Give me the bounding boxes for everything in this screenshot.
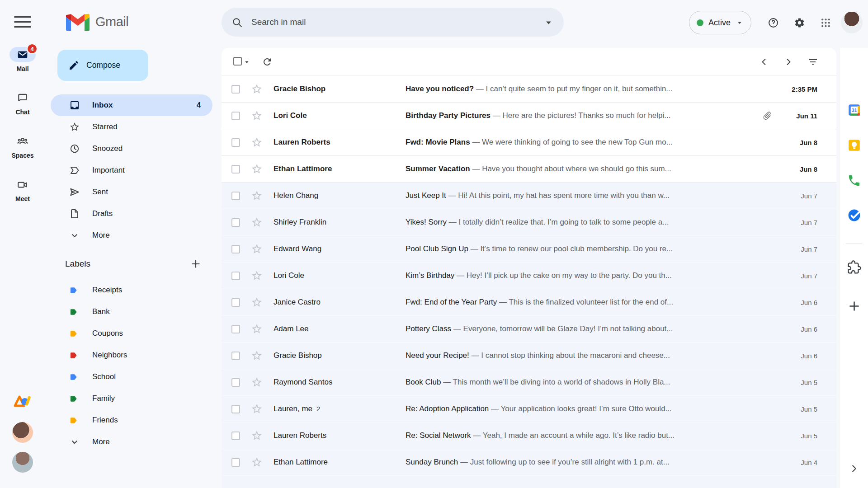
add-button[interactable] [844, 296, 864, 316]
email-row[interactable]: Adam LeePottery Class — Everyone, tomorr… [222, 316, 836, 343]
row-checkbox[interactable] [231, 85, 240, 94]
select-all-checkbox[interactable] [233, 57, 242, 67]
star-icon[interactable] [251, 270, 263, 282]
email-row[interactable]: Edward WangPool Club Sign Up — It’s time… [222, 236, 836, 263]
secondary-account-avatar[interactable] [12, 422, 33, 443]
email-snippet: — Yeah, I made an account a while ago. I… [473, 431, 675, 440]
row-checkbox[interactable] [231, 352, 240, 360]
rail-nav: 4MailChatSpacesMeet [0, 47, 45, 221]
star-icon[interactable] [251, 430, 263, 441]
email-snippet: — Here are the pictures! Thanks so much … [493, 111, 671, 120]
tertiary-account-avatar[interactable] [12, 452, 33, 473]
label-item-receipts[interactable]: Receipts [51, 279, 212, 301]
show-side-panel-button[interactable] [844, 458, 864, 479]
star-icon[interactable] [251, 83, 263, 95]
email-row[interactable]: Lauren RobertsFwd: Movie Plans — We were… [222, 129, 836, 156]
voice-icon[interactable] [844, 170, 864, 191]
email-sender: Helen Chang [274, 191, 406, 200]
email-row[interactable]: Raymond SantosBook Club — This month we’… [222, 369, 836, 396]
email-row[interactable]: Gracie BishopHave you noticed? — I can’t… [222, 76, 836, 103]
star-icon[interactable] [251, 376, 263, 388]
tasks-icon[interactable] [844, 205, 864, 225]
older-page-button[interactable] [783, 56, 794, 67]
sidebar-item-more[interactable]: More [51, 225, 212, 246]
star-icon[interactable] [251, 163, 263, 175]
row-checkbox[interactable] [231, 432, 240, 440]
sidebar-item-important[interactable]: Important [51, 160, 212, 181]
row-checkbox[interactable] [231, 192, 240, 200]
row-checkbox[interactable] [231, 458, 240, 467]
keep-icon[interactable] [844, 135, 864, 155]
label-name: Bank [92, 307, 110, 316]
label-item-school[interactable]: School [51, 366, 212, 388]
sidebar-item-inbox[interactable]: Inbox4 [51, 94, 212, 116]
star-icon[interactable] [251, 350, 263, 361]
search-button[interactable] [226, 11, 248, 33]
row-checkbox[interactable] [231, 218, 240, 227]
label-item-bank[interactable]: Bank [51, 301, 212, 323]
newer-page-button[interactable] [759, 56, 769, 67]
label-list: ReceiptsBankCouponsNeighborsSchoolFamily… [51, 279, 212, 453]
spaces-icon [9, 134, 36, 149]
email-sender: Shirley Franklin [274, 218, 406, 227]
google-apps-button[interactable] [815, 12, 836, 33]
star-icon[interactable] [251, 110, 263, 122]
search-input[interactable] [248, 17, 538, 27]
label-item-coupons[interactable]: Coupons [51, 323, 212, 344]
rail-item-mail[interactable]: 4Mail [0, 47, 45, 90]
refresh-button[interactable] [262, 56, 273, 67]
email-row[interactable]: Gracie BishopNeed your Recipe! — I canno… [222, 343, 836, 369]
select-options-button[interactable] [243, 58, 251, 66]
row-checkbox[interactable] [231, 272, 240, 280]
email-row[interactable]: Ethan LattimoreSummer Vacation — Have yo… [222, 156, 836, 183]
star-icon[interactable] [251, 296, 263, 308]
row-checkbox[interactable] [231, 325, 240, 333]
email-row[interactable]: Shirley FranklinYikes! Sorry — I totally… [222, 209, 836, 236]
label-item-neighbors[interactable]: Neighbors [51, 344, 212, 366]
calendar-icon[interactable]: 31 [844, 99, 864, 120]
row-checkbox[interactable] [231, 405, 240, 413]
email-row[interactable]: Lori ColeBirthday Party Pictures — Here … [222, 103, 836, 129]
filter-button[interactable] [807, 56, 818, 67]
star-icon[interactable] [251, 243, 263, 255]
label-item-more-labels[interactable]: More [51, 431, 212, 453]
svg-text:31: 31 [851, 107, 857, 113]
star-icon[interactable] [251, 216, 263, 228]
label-item-family[interactable]: Family [51, 388, 212, 409]
email-snippet: — Hi! At this point, my hat has spent mo… [448, 191, 670, 200]
star-icon[interactable] [251, 190, 263, 202]
rail-item-meet[interactable]: Meet [0, 177, 45, 221]
rail-item-chat[interactable]: Chat [0, 90, 45, 134]
sidebar-item-drafts[interactable]: Drafts [51, 203, 212, 225]
create-label-button[interactable] [190, 258, 202, 270]
sidebar-item-snoozed[interactable]: Snoozed [51, 138, 212, 160]
search-options-button[interactable] [538, 11, 559, 33]
email-row[interactable]: Lauren RobertsRe: Social Network — Yeah,… [222, 422, 836, 449]
email-row[interactable]: Lauren, me2Re: Adoption Application — Yo… [222, 396, 836, 422]
star-icon[interactable] [251, 136, 263, 148]
row-checkbox[interactable] [231, 378, 240, 387]
status-selector[interactable]: Active [689, 11, 751, 34]
star-icon[interactable] [251, 403, 263, 415]
settings-button[interactable] [788, 12, 810, 33]
row-checkbox[interactable] [231, 298, 240, 307]
email-row[interactable]: Helen ChangJust Keep It — Hi! At this po… [222, 183, 836, 209]
email-row[interactable]: Lori ColeKim’s Birthday — Hey! I’ll pick… [222, 263, 836, 289]
row-checkbox[interactable] [231, 112, 240, 120]
sidebar-item-starred[interactable]: Starred [51, 116, 212, 138]
main-menu-button[interactable] [14, 16, 31, 28]
row-checkbox[interactable] [231, 138, 240, 147]
row-checkbox[interactable] [231, 245, 240, 253]
rail-item-spaces[interactable]: Spaces [0, 134, 45, 177]
sidebar-item-sent[interactable]: Sent [51, 181, 212, 203]
help-button[interactable] [762, 12, 784, 33]
email-row[interactable]: Ethan LattimoreSunday Brunch — Just foll… [222, 449, 836, 476]
star-icon[interactable] [251, 456, 263, 468]
star-icon[interactable] [251, 323, 263, 335]
row-checkbox[interactable] [231, 165, 240, 174]
compose-button[interactable]: Compose [57, 50, 148, 81]
email-row[interactable]: Janice CastroFwd: End of the Year Party … [222, 289, 836, 316]
get-add-ons-button[interactable] [844, 257, 864, 277]
label-item-friends[interactable]: Friends [51, 409, 212, 431]
account-avatar[interactable] [841, 12, 863, 33]
